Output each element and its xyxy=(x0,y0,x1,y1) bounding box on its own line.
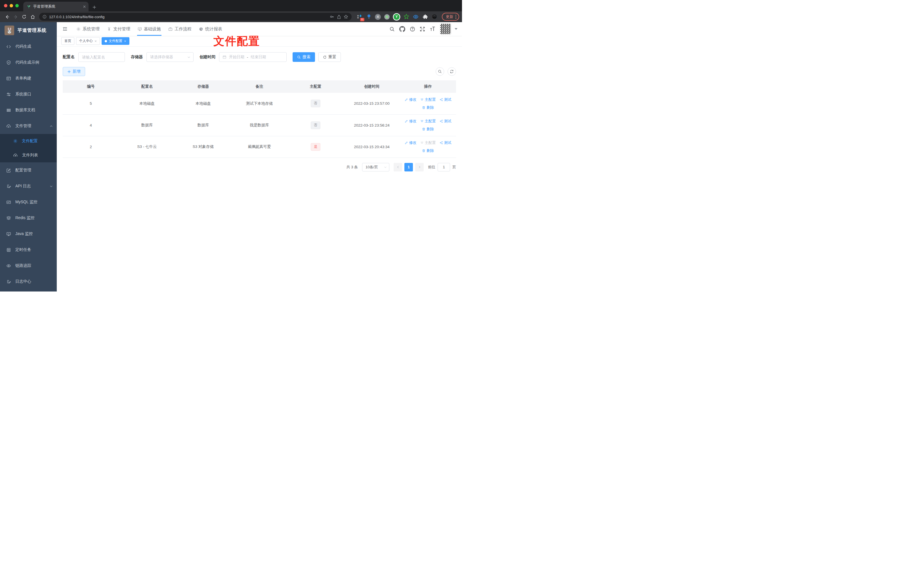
sidebar-item-scheduled-tasks[interactable]: 定时任务 xyxy=(0,242,57,258)
sidebar-item-file-list[interactable]: 文件列表 xyxy=(0,148,57,162)
bookmark-star-icon[interactable] xyxy=(344,15,348,19)
tag-close-icon[interactable] xyxy=(124,40,126,42)
sidebar-item-file-config[interactable]: 文件配置 xyxy=(0,134,57,148)
address-bar[interactable]: 127.0.0.1:1024/infra/file/file-config xyxy=(39,13,351,21)
refresh-table-icon[interactable] xyxy=(447,67,456,76)
sidebar-item-code-generation[interactable]: 代码生成 xyxy=(0,39,57,55)
password-key-icon[interactable] xyxy=(330,15,334,19)
share-icon[interactable] xyxy=(337,15,341,19)
delete-link[interactable]: 删除 xyxy=(422,105,434,110)
sidebar-item-db-doc[interactable]: 数据库文档 xyxy=(0,102,57,118)
star-extension-icon[interactable] xyxy=(403,13,410,20)
pagination: 共 3 条 10条/页 1 前往 页 xyxy=(63,163,456,172)
edit-link[interactable]: 修改 xyxy=(405,97,417,102)
nav-item-payment-management[interactable]: 支付管理 xyxy=(103,22,134,36)
window-minimize-button[interactable] xyxy=(10,4,13,7)
emoji-extension-icon[interactable]: 😀 xyxy=(431,13,438,20)
delete-link[interactable]: 删除 xyxy=(422,148,434,153)
home-icon[interactable] xyxy=(28,13,37,21)
sidebar-item-config-management[interactable]: 配置管理 xyxy=(0,162,57,178)
sidebar-item-java-monitor[interactable]: Java 监控 xyxy=(0,226,57,242)
col-header-name: 配置名 xyxy=(119,80,175,93)
shield-check-icon xyxy=(6,60,11,65)
master-config-link[interactable]: 主配置 xyxy=(420,97,436,102)
logo-emoji: 🐰 xyxy=(6,27,13,34)
page-size-select[interactable]: 10条/页 xyxy=(362,163,389,172)
font-size-icon[interactable] xyxy=(430,26,435,31)
master-config-link[interactable]: 主配置 xyxy=(420,119,436,124)
sidebar-item-form-builder[interactable]: 表单构建 xyxy=(0,70,57,86)
github-icon[interactable] xyxy=(399,26,405,32)
nav-item-statistics[interactable]: 统计报表 xyxy=(195,22,226,36)
current-page-button[interactable]: 1 xyxy=(404,163,413,172)
config-name-input[interactable] xyxy=(78,52,125,62)
user-avatar-qr[interactable] xyxy=(440,23,451,35)
nav-item-workflow[interactable]: 工作流程 xyxy=(165,22,195,36)
delete-link[interactable]: 删除 xyxy=(422,127,434,132)
avatar-caret-down-icon[interactable] xyxy=(455,28,457,30)
add-button[interactable]: 新增 xyxy=(63,67,85,76)
add-button-label: 新增 xyxy=(73,69,81,74)
table-grid-icon xyxy=(6,108,11,113)
sidebar-item-label: 代码生成 xyxy=(15,44,31,49)
new-tab-button[interactable] xyxy=(92,5,96,9)
tag-close-icon[interactable] xyxy=(94,40,97,42)
date-range-picker[interactable]: 开始日期 - 结束日期 xyxy=(219,52,287,62)
next-page-icon[interactable] xyxy=(415,163,424,172)
test-link[interactable]: 测试 xyxy=(440,119,452,124)
reset-button[interactable]: 重置 xyxy=(318,52,341,62)
tag-profile[interactable]: 个人中心 xyxy=(76,37,100,45)
sidebar-item-api-log[interactable]: API 日志 xyxy=(0,178,57,194)
y-extension-icon[interactable]: Y xyxy=(393,13,401,21)
sidebar-collapse-icon[interactable] xyxy=(61,25,69,33)
eye-rings-extension-icon[interactable] xyxy=(412,13,419,20)
grid-diamond-extension-icon[interactable]: 11 xyxy=(356,13,363,20)
back-icon[interactable] xyxy=(3,13,12,21)
master-tag: 否 xyxy=(311,100,320,107)
prev-page-icon[interactable] xyxy=(394,163,402,172)
help-icon[interactable] xyxy=(410,26,415,32)
tag-file-config[interactable]: 文件配置 xyxy=(102,37,129,45)
sidebar-logo-row[interactable]: 🐰 芋道管理系统 xyxy=(0,22,57,39)
search-icon[interactable] xyxy=(389,26,395,32)
site-info-icon[interactable] xyxy=(43,15,46,19)
sidebar-item-mysql-monitor[interactable]: MySQL 监控 xyxy=(0,194,57,210)
toggle-search-icon[interactable] xyxy=(436,67,444,76)
storage-select[interactable]: 请选择存储器 xyxy=(147,52,193,62)
browser-tab[interactable]: 芋道管理系统 xyxy=(23,2,89,12)
url-text[interactable]: 127.0.0.1:1024/infra/file/file-config xyxy=(49,15,327,19)
cell-storage: 数据库 xyxy=(175,114,231,136)
window-zoom-button[interactable] xyxy=(15,4,19,7)
nav-item-system-management[interactable]: 系统管理 xyxy=(73,22,103,36)
sidebar-item-code-example[interactable]: 代码生成示例 xyxy=(0,55,57,70)
test-link[interactable]: 测试 xyxy=(440,140,452,145)
cell-remark: 戴佩妮真可爱 xyxy=(231,136,287,157)
fullscreen-icon[interactable] xyxy=(420,26,425,32)
command-extension-icon[interactable]: ⌘ xyxy=(375,14,381,20)
doc-edit-icon xyxy=(6,279,11,284)
test-link-label: 测试 xyxy=(444,97,452,102)
nav-item-label: 基础设施 xyxy=(144,26,161,32)
puzzle-extension-icon[interactable] xyxy=(422,13,429,20)
nav-item-infrastructure[interactable]: 基础设施 xyxy=(134,22,165,36)
test-link[interactable]: 测试 xyxy=(440,97,452,102)
sidebar-item-system-api[interactable]: 系统接口 xyxy=(0,86,57,102)
edit-link[interactable]: 修改 xyxy=(405,119,417,124)
tab-close-icon[interactable] xyxy=(83,5,86,8)
sidebar-item-log-center[interactable]: 日志中心 xyxy=(0,274,57,289)
browser-update-button[interactable]: 更新 xyxy=(442,13,459,21)
sidebar-item-tracing[interactable]: 链路追踪 xyxy=(0,258,57,274)
edit-link[interactable]: 修改 xyxy=(405,140,417,145)
window-close-button[interactable] xyxy=(4,4,7,7)
circle-dot-extension-icon[interactable] xyxy=(383,13,390,20)
goto-page-input[interactable] xyxy=(437,163,450,172)
reload-icon[interactable] xyxy=(20,13,28,21)
search-button[interactable]: 搜索 xyxy=(292,52,315,62)
window-controls[interactable] xyxy=(0,4,23,7)
browser-menu-kebab-icon[interactable] xyxy=(455,15,456,19)
sidebar-item-redis-monitor[interactable]: Redis 监控 xyxy=(0,210,57,226)
sidebar-item-file-management[interactable]: 文件管理 xyxy=(0,118,57,134)
tag-home[interactable]: 首页 xyxy=(61,37,74,45)
forward-icon[interactable] xyxy=(12,13,20,21)
balloon-extension-icon[interactable] xyxy=(366,13,372,20)
